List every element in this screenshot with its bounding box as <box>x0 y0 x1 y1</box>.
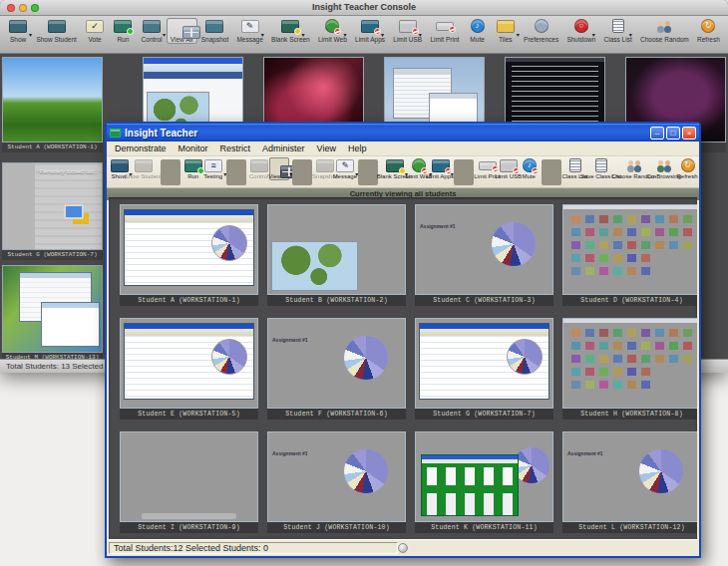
xp-toolbar-button[interactable]: ≡ Testing <box>203 157 223 180</box>
toolbar-button-icon <box>110 158 129 172</box>
xp-titlebar[interactable]: Insight Teacher – □ × <box>107 124 699 142</box>
menu-item[interactable]: Restrict <box>214 142 257 155</box>
student-label: Student G (WORKSTATION-7) <box>415 409 553 420</box>
toolbar-button-icon <box>249 158 268 172</box>
thumbnail-grid: Student A (WORKSTATION-1) Student B (WOR… <box>120 204 697 533</box>
student-thumbnail[interactable]: Student H (WORKSTATION-8) <box>562 318 697 420</box>
toolbar-button-label: Preferences <box>524 36 558 43</box>
mac-toolbar-button[interactable]: Snapshot <box>197 18 233 44</box>
xp-toolbar-button[interactable] <box>226 159 246 185</box>
mac-student-thumbnail[interactable]: Student M (WORKSTATION-13) <box>2 265 103 360</box>
badge-icon <box>374 28 381 35</box>
mac-toolbar-button[interactable]: Show <box>4 18 32 44</box>
mac-toolbar-button[interactable]: Tiles <box>492 18 520 44</box>
maximize-icon[interactable]: □ <box>666 127 680 140</box>
toolbar-button-icon <box>280 19 300 34</box>
mac-toolbar-button[interactable]: Show Student <box>32 18 81 44</box>
menu-item[interactable]: Monitor <box>173 142 214 155</box>
xp-toolbar-button[interactable]: ✎ Message <box>335 157 355 180</box>
xp-toolbar-button[interactable]: Show Student <box>129 157 158 180</box>
mac-toolbar-button[interactable]: View All <box>167 18 197 44</box>
mac-titlebar[interactable]: Insight Teacher Console <box>0 0 728 16</box>
status-refresh-icon[interactable] <box>398 543 408 553</box>
xp-window-controls: – □ × <box>650 127 696 140</box>
mac-toolbar-button[interactable]: Limit Apps <box>351 18 389 44</box>
mac-toolbar-button[interactable]: Limit USB <box>389 18 426 44</box>
xp-menubar: DemonstrateMonitorRestrictAdministerView… <box>107 142 699 156</box>
student-thumbnail[interactable]: Assignment #1 Student C (WORKSTATION-3) <box>415 204 553 306</box>
student-thumbnail[interactable]: Student G (WORKSTATION-7) <box>415 318 553 420</box>
xp-toolbar-button[interactable] <box>161 159 181 185</box>
chevron-down-icon <box>419 23 422 41</box>
minimize-icon[interactable]: – <box>650 127 664 140</box>
student-thumbnail[interactable]: Student K (WORKSTATION-11) <box>415 431 553 533</box>
xp-toolbar-button[interactable] <box>454 159 474 185</box>
mac-toolbar-button[interactable]: ↻ Refresh <box>693 18 724 44</box>
mac-toolbar-button[interactable]: Preferences <box>520 18 562 44</box>
xp-toolbar-button[interactable]: Blank Screen <box>381 157 409 180</box>
student-label: Student H (WORKSTATION-8) <box>562 409 697 420</box>
assignment-label: Assignment #1 <box>567 450 603 456</box>
student-thumbnail[interactable]: Student I (WORKSTATION-9) <box>120 431 258 533</box>
toolbar-button-icon <box>113 19 133 34</box>
toolbar-button-label: Run <box>187 173 198 179</box>
toolbar-button-label: Refresh <box>677 173 698 179</box>
xp-toolbar-button[interactable]: Co-Browsing <box>650 157 677 180</box>
student-thumbnail[interactable]: Student D (WORKSTATION-4) <box>562 204 697 306</box>
chevron-down-icon <box>343 23 346 41</box>
xp-toolbar-button[interactable]: View All <box>269 157 289 180</box>
xp-toolbar-button[interactable]: ♪ Mute <box>519 157 539 180</box>
mac-toolbar-button[interactable]: Run <box>109 18 137 44</box>
toolbar-button-label: Message <box>236 36 262 43</box>
student-thumbnail[interactable]: Student E (WORKSTATION-5) <box>120 318 258 420</box>
mac-toolbar-button[interactable]: ✓ Vote <box>81 18 109 44</box>
mac-toolbar-button[interactable]: Choose Random <box>636 18 693 44</box>
app-icon <box>110 129 121 138</box>
toolbar-button-icon <box>204 19 224 34</box>
student-thumbnail[interactable]: Student B (WORKSTATION-2) <box>267 204 406 306</box>
student-thumbnail[interactable]: Assignment #1 Student J (WORKSTATION-10) <box>267 431 406 533</box>
toolbar-button-label: Show Student <box>36 36 76 43</box>
xp-toolbar-button[interactable] <box>358 159 378 185</box>
menu-item[interactable]: Demonstrate <box>109 142 173 155</box>
toolbar-button-icon <box>142 19 162 34</box>
xp-toolbar-button[interactable] <box>292 159 312 185</box>
toolbar-button-icon <box>8 19 28 34</box>
mac-toolbar-button[interactable]: ✎ Message <box>232 18 267 44</box>
student-thumbnail[interactable]: Student A (WORKSTATION-1) <box>120 204 258 306</box>
xp-toolbar-button[interactable]: Choose Random <box>616 157 650 180</box>
mac-toolbar-button[interactable]: ♪ Mute <box>463 18 491 44</box>
assignment-label: Assignment #1 <box>272 337 308 343</box>
close-icon[interactable]: × <box>682 127 696 140</box>
student-label: Student J (WORKSTATION-10) <box>267 522 406 533</box>
mac-toolbar-button[interactable]: Limit Print <box>426 18 463 44</box>
student-thumbnail[interactable]: Assignment #1 Student F (WORKSTATION-6) <box>267 318 406 420</box>
mac-toolbar-button[interactable]: Class List <box>599 18 635 44</box>
menu-item[interactable]: View <box>311 142 342 155</box>
xp-toolbar-button[interactable]: ↻ Refresh <box>677 157 697 180</box>
xp-toolbar-button[interactable]: Limit Apps <box>429 157 451 180</box>
menu-item[interactable]: Help <box>342 142 373 155</box>
student-thumbnail[interactable]: Assignment #1 Student L (WORKSTATION-12) <box>562 431 697 533</box>
mac-toolbar-button[interactable]: Limit Web <box>314 18 351 44</box>
xp-toolbar-button[interactable]: Limit USB <box>498 157 519 180</box>
mac-toolbar-button[interactable]: Control <box>137 18 166 44</box>
mac-toolbar-button[interactable]: ○ Shutdown <box>562 18 599 44</box>
toolbar-button-label: Testing <box>203 173 222 179</box>
xp-toolbar-button[interactable]: Control <box>249 157 269 180</box>
mac-student-thumbnail[interactable]: Student A (WORKSTATION-1) <box>2 57 103 152</box>
mac-student-thumbnail[interactable]: Remotely locked out... Student G (WORKST… <box>2 162 103 260</box>
toolbar-button-icon <box>431 158 450 172</box>
mac-toolbar-button[interactable]: Blank Screen <box>267 18 314 44</box>
toolbar-button-label: Message <box>333 173 357 179</box>
student-screen-preview: Assignment #1 <box>415 204 553 295</box>
menu-item[interactable]: Administer <box>256 142 311 155</box>
chevron-down-icon <box>629 23 632 41</box>
student-label: Student B (WORKSTATION-2) <box>267 295 406 306</box>
toolbar-button-icon <box>532 19 551 34</box>
xp-toolbar-button[interactable] <box>542 159 561 185</box>
toolbar-button-icon: ○ <box>571 19 591 34</box>
student-label: Student A (WORKSTATION-1) <box>120 295 258 306</box>
toolbar-button-icon <box>134 158 153 172</box>
xp-toolbar-button[interactable]: Run <box>183 157 203 180</box>
